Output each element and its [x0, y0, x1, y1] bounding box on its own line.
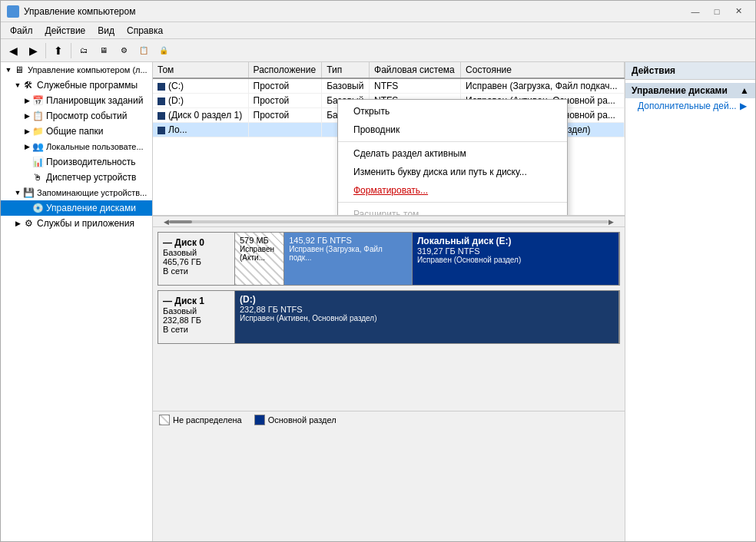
- disk-size-disk1: 232,88 ГБ: [163, 316, 230, 325]
- content-panel: Том Расположение Тип Файловая система Со…: [153, 62, 625, 541]
- tree-arrow-users: ▶: [22, 142, 32, 151]
- col-fs[interactable]: Файловая система: [370, 62, 461, 78]
- actions-section-0: Управление дисками ▲ Дополнительные дей.…: [625, 80, 755, 117]
- toolbar-forward[interactable]: ▶: [24, 41, 42, 60]
- table-cell-0-3: NTFS: [370, 78, 461, 94]
- table-cell-1-1: Простой: [248, 94, 322, 108]
- tree-arrow-root: ▼: [4, 65, 13, 74]
- partition-size-p0_3: 319,27 ГБ NTFS: [417, 246, 614, 256]
- ctx-item-changeletter[interactable]: Изменить букву диска или путь к диску...: [338, 163, 567, 181]
- legend-unallocated-box: [159, 415, 170, 425]
- partition-p0_1[interactable]: 579 МБИсправен (Акти...: [235, 233, 284, 285]
- tree-label-devmgr: Диспетчер устройств: [46, 172, 136, 183]
- toolbar-btn4[interactable]: 🖥: [94, 41, 113, 60]
- actions-section-arrow-0: ▲: [740, 85, 749, 96]
- table-cell-1-0: (D:): [153, 94, 248, 108]
- tree-item-tools[interactable]: ▼ 🛠 Служебные программы: [1, 78, 152, 93]
- action-link-more[interactable]: Дополнительные дей... ▶: [625, 98, 755, 114]
- col-tom[interactable]: Том: [153, 62, 248, 78]
- tree-item-devmgr[interactable]: 🖱 Диспетчер устройств: [1, 170, 152, 185]
- tree-label-viewer: Просмотр событий: [46, 111, 127, 121]
- computer-icon: 🖥: [13, 64, 25, 76]
- toolbar-sep2: [71, 43, 71, 58]
- services-icon: ⚙: [22, 217, 35, 230]
- tree-arrow-services: ▶: [13, 219, 22, 228]
- tree-arrow-scheduler: ▶: [22, 96, 32, 105]
- toolbar-btn7[interactable]: 🔒: [154, 41, 173, 60]
- table-cell-0-4: Исправен (Загрузка, Файл подкач...: [461, 78, 625, 94]
- tree-item-users[interactable]: ▶ 👥 Локальные пользовате...: [1, 139, 152, 154]
- ctx-item-format[interactable]: Форматировать...: [338, 181, 567, 200]
- ctx-item-explorer[interactable]: Проводник: [338, 121, 567, 139]
- table-cell-3-0: Ло...: [153, 123, 248, 137]
- close-button[interactable]: ✕: [728, 2, 749, 21]
- legend-unallocated: Не распределена: [159, 415, 242, 425]
- menu-file[interactable]: Файл: [4, 24, 39, 38]
- toolbar-btn6[interactable]: 📋: [134, 41, 153, 60]
- action-link-arrow: ▶: [740, 101, 747, 111]
- tree-item-services[interactable]: ▶ ⚙ Службы и приложения: [1, 216, 152, 231]
- tree-item-scheduler[interactable]: ▶ 📅 Планировщик заданий: [1, 93, 152, 108]
- disk-row-disk1: — Диск 1 Базовый 232,88 ГБ В сети (D:)23…: [158, 290, 620, 344]
- tree-panel: ▼ 🖥 Управление компьютером (л... ▼ 🛠 Слу…: [1, 62, 153, 541]
- viewer-icon: 📋: [32, 110, 44, 122]
- partition-size-p1_1: 232,88 ГБ NTFS: [240, 305, 614, 314]
- toolbar-btn3[interactable]: 🗂: [75, 41, 93, 60]
- tree-label-perf: Производительность: [46, 157, 135, 167]
- tree-item-shared[interactable]: ▶ 📁 Общие папки: [1, 124, 152, 139]
- menu-action[interactable]: Действие: [39, 24, 92, 38]
- disk-type-disk0: Базовый: [163, 248, 230, 257]
- partition-p1_1[interactable]: (D:)232,88 ГБ NTFSИсправен (Активен, Осн…: [235, 291, 619, 343]
- legend-primary-box: [254, 415, 265, 425]
- tree-item-storage[interactable]: ▼ 💾 Запоминающие устройств...: [1, 185, 152, 200]
- legend-primary-label: Основной раздел: [268, 415, 337, 425]
- menu-help[interactable]: Справка: [121, 24, 169, 38]
- ctx-item-setactive[interactable]: Сделать раздел активным: [338, 144, 567, 163]
- tree-label-scheduler: Планировщик заданий: [46, 95, 143, 106]
- toolbar-sep1: [45, 43, 46, 58]
- scheduler-icon: 📅: [32, 94, 44, 107]
- tree-arrow-devmgr: [22, 173, 32, 182]
- tree-arrow-shared: ▶: [22, 127, 32, 136]
- tree-item-diskmgr[interactable]: 💿 Управление дисками: [1, 200, 152, 216]
- toolbar-back[interactable]: ◀: [4, 41, 22, 60]
- horizontal-scrollbar[interactable]: ◀ ▶: [153, 216, 625, 226]
- tree-item-viewer[interactable]: ▶ 📋 Просмотр событий: [1, 108, 152, 124]
- actions-section-title-0[interactable]: Управление дисками ▲: [625, 83, 755, 98]
- tree-label-tools: Служебные программы: [37, 80, 138, 91]
- diskmgr-icon: 💿: [32, 202, 44, 214]
- toolbar-up[interactable]: ⬆: [49, 41, 68, 60]
- minimize-button[interactable]: —: [685, 2, 706, 21]
- scroll-right-arrow[interactable]: ▶: [608, 218, 614, 226]
- shared-icon: 📁: [32, 125, 44, 137]
- scroll-left-arrow[interactable]: ◀: [164, 218, 169, 226]
- partition-p0_2[interactable]: 145,92 ГБ NTFSИсправен (Загрузка, Файл п…: [284, 233, 413, 285]
- tree-arrow-perf: [22, 157, 32, 167]
- toolbar-btn5[interactable]: ⚙: [114, 41, 133, 60]
- partition-status-p0_2: Исправен (Загрузка, Файл подк...: [289, 245, 407, 262]
- title-controls: — □ ✕: [685, 2, 749, 21]
- menu-view[interactable]: Вид: [91, 24, 121, 38]
- col-status[interactable]: Состояние: [461, 62, 625, 78]
- menu-bar: Файл Действие Вид Справка: [1, 22, 755, 39]
- ctx-item-open[interactable]: Открыть: [338, 102, 567, 121]
- tree-arrow-diskmgr: [22, 203, 32, 213]
- partition-status-p0_3: Исправен (Основной раздел): [417, 256, 614, 264]
- tools-icon: 🛠: [22, 79, 35, 91]
- window-icon: [7, 5, 19, 18]
- table-cell-3-1: [248, 123, 322, 137]
- col-type[interactable]: Тип: [322, 62, 370, 78]
- perf-icon: 📊: [32, 156, 44, 168]
- main-content: ▼ 🖥 Управление компьютером (л... ▼ 🛠 Слу…: [1, 62, 755, 541]
- partition-p0_3[interactable]: Локальный диск (E:)319,27 ГБ NTFSИсправе…: [413, 233, 619, 285]
- table-cell-0-2: Базовый: [322, 78, 370, 94]
- disk-title-disk0: — Диск 0: [163, 237, 230, 248]
- maximize-button[interactable]: □: [706, 2, 728, 21]
- disk-partitions-disk0: 579 МБИсправен (Акти...145,92 ГБ NTFSИсп…: [235, 233, 619, 285]
- tree-item-root[interactable]: ▼ 🖥 Управление компьютером (л...: [1, 62, 152, 78]
- tree-item-perf[interactable]: 📊 Производительность: [1, 154, 152, 170]
- disk-partitions-disk1: (D:)232,88 ГБ NTFSИсправен (Активен, Осн…: [235, 291, 619, 343]
- table-row[interactable]: (C:)ПростойБазовыйNTFSИсправен (Загрузка…: [153, 78, 625, 94]
- col-location[interactable]: Расположение: [248, 62, 322, 78]
- partition-size-p0_1: 579 МБ: [240, 236, 279, 245]
